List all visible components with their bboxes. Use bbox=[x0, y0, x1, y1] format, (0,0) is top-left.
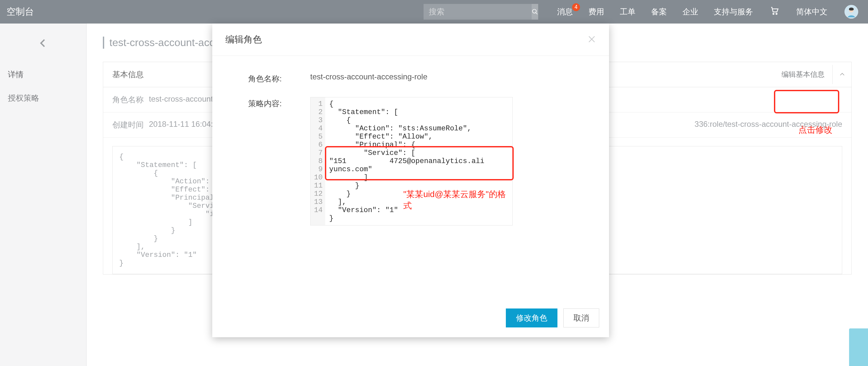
avatar[interactable] bbox=[844, 5, 858, 19]
console-label: 空制台 bbox=[6, 5, 34, 18]
edit-role-modal: 编辑角色 角色名称: test-cross-account-accessing-… bbox=[212, 24, 609, 337]
search-input[interactable] bbox=[424, 7, 532, 16]
search-box bbox=[424, 4, 536, 20]
nav-filing[interactable]: 备案 bbox=[651, 6, 667, 17]
search-button[interactable] bbox=[532, 4, 538, 20]
role-name-label: 角色名称: bbox=[248, 72, 310, 84]
save-button[interactable]: 修改角色 bbox=[506, 308, 557, 328]
search-icon bbox=[532, 8, 538, 15]
policy-content-label: 策略内容: bbox=[248, 97, 310, 109]
nav-support[interactable]: 支持与服务 bbox=[714, 6, 753, 17]
role-name-value: test-cross-account-accessing-role bbox=[310, 72, 428, 84]
nav-language[interactable]: 简体中文 bbox=[796, 6, 828, 17]
help-float[interactable] bbox=[849, 329, 868, 366]
cart-icon[interactable] bbox=[770, 6, 779, 17]
nav-billing[interactable]: 费用 bbox=[588, 6, 604, 17]
messages-badge: 4 bbox=[572, 3, 580, 11]
editor-gutter: 1 2 3 4 5 6 7 8 9 10 11 12 13 14 bbox=[311, 97, 325, 225]
close-icon bbox=[588, 35, 596, 44]
nav-enterprise[interactable]: 企业 bbox=[683, 6, 698, 17]
svg-point-2 bbox=[773, 13, 774, 15]
close-button[interactable] bbox=[588, 33, 596, 47]
modal-overlay: 编辑角色 角色名称: test-cross-account-accessing-… bbox=[0, 24, 868, 366]
cancel-button[interactable]: 取消 bbox=[563, 308, 599, 328]
nav-tickets[interactable]: 工单 bbox=[620, 6, 636, 17]
svg-point-3 bbox=[776, 13, 777, 15]
svg-point-0 bbox=[533, 9, 536, 13]
annotation-uid-format: "某某uid@某某云服务"的格式 bbox=[403, 189, 513, 212]
svg-line-1 bbox=[536, 13, 537, 15]
annotation-click-modify: 点击修改 bbox=[799, 124, 832, 136]
nav-messages[interactable]: 消息 4 bbox=[557, 6, 573, 17]
top-nav: 空制台 消息 4 费用 工单 备案 企业 支持与服务 简体中文 bbox=[0, 0, 868, 24]
modal-title: 编辑角色 bbox=[225, 33, 588, 46]
